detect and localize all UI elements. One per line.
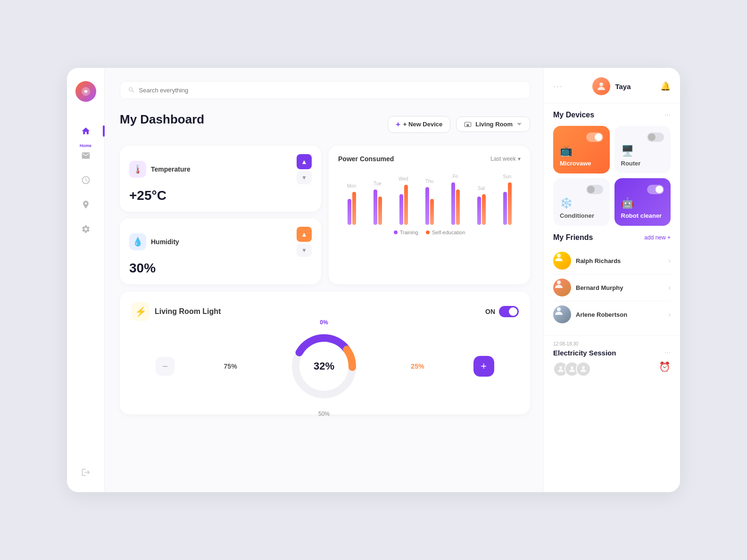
- brightness-increase-button[interactable]: +: [473, 356, 494, 377]
- device-microwave[interactable]: 📺 Microvawe: [553, 126, 610, 173]
- session-bottom: ⏰: [553, 357, 671, 377]
- bar-orange: [430, 199, 434, 225]
- sidebar-item-settings[interactable]: [75, 219, 96, 239]
- friends-section: My Friends add new + Ralph Richards › B: [544, 233, 680, 335]
- device-conditioner[interactable]: ❄️ Conditioner: [553, 178, 610, 226]
- robot-cleaner-name: Robot cleaner: [621, 212, 664, 219]
- svg-point-7: [599, 82, 603, 86]
- friend-chevron-2: ›: [668, 284, 671, 291]
- temp-up-button[interactable]: ▲: [297, 154, 312, 169]
- sidebar-item-location[interactable]: [75, 194, 96, 215]
- light-title-group: ⚡ Living Room Light: [131, 302, 221, 321]
- svg-point-11: [559, 366, 562, 369]
- right-panel: ··· Taya 🔔 My Devices ···: [543, 68, 680, 492]
- bar-orange: [404, 185, 408, 225]
- bar-group: [348, 192, 356, 225]
- microwave-toggle[interactable]: [586, 132, 603, 142]
- humidity-icon: 💧: [129, 233, 146, 250]
- router-toggle[interactable]: [647, 132, 664, 142]
- friends-header: My Friends add new +: [553, 233, 671, 242]
- session-header: Electricity Session ···: [553, 348, 671, 357]
- alarm-icon: ⏰: [659, 361, 671, 372]
- temp-controls: ▲ ▼: [297, 154, 312, 184]
- friend-item[interactable]: Ralph Richards ›: [553, 247, 671, 274]
- svg-point-10: [557, 307, 561, 311]
- bar-purple: [399, 194, 403, 225]
- chart-day-wed: Wed: [392, 176, 415, 225]
- devices-more[interactable]: ···: [664, 111, 671, 119]
- notification-bell-icon[interactable]: 🔔: [660, 81, 671, 91]
- friend-item[interactable]: Bernard Murphy ›: [553, 274, 671, 301]
- session-title: Electricity Session: [553, 349, 616, 357]
- bar-orange: [378, 197, 382, 225]
- device-robot-cleaner[interactable]: 🤖 Robot cleaner: [614, 178, 671, 226]
- friend-item[interactable]: Arlene Robertson ›: [553, 301, 671, 328]
- light-toggle[interactable]: [499, 306, 519, 317]
- humidity-down-button[interactable]: ▼: [297, 244, 312, 257]
- robot-toggle[interactable]: [647, 185, 664, 194]
- sidebar-item-home[interactable]: Home: [75, 121, 96, 141]
- thermometer-icon: 🌡️: [129, 161, 146, 178]
- temp-down-button[interactable]: ▼: [297, 171, 312, 184]
- bar-group: [503, 182, 512, 225]
- robot-cleaner-icon: 🤖: [621, 197, 664, 209]
- chart-day-label: Fri: [453, 174, 458, 179]
- light-body: − 75% 0% 32%: [131, 329, 519, 404]
- friend-name-2: Bernard Murphy: [576, 284, 623, 291]
- bar-orange: [482, 194, 486, 225]
- chart-day-thu: Thu: [418, 179, 441, 225]
- on-label: ON: [485, 308, 495, 315]
- bar-purple: [425, 187, 429, 225]
- cards-grid: 🌡️ Temperature ▲ ▼ +25°C 💧: [120, 146, 530, 414]
- chart-day-mon: Mon: [340, 183, 363, 225]
- new-device-button[interactable]: + + New Device: [388, 116, 450, 133]
- bar-group: [425, 187, 434, 225]
- sidebar-item-clock[interactable]: [75, 170, 96, 190]
- friend-chevron-1: ›: [668, 257, 671, 264]
- chart-day-label: Thu: [425, 179, 433, 184]
- device-router[interactable]: 🖥️ Router: [614, 126, 671, 173]
- main-content: My Dashboard + + New Device Living Room: [105, 68, 543, 492]
- week-selector[interactable]: Last week ▾: [490, 156, 521, 162]
- svg-point-1: [84, 90, 87, 93]
- bar-orange: [456, 189, 460, 225]
- app-logo[interactable]: [75, 81, 96, 102]
- zero-percent: 0%: [320, 319, 328, 326]
- conditioner-toggle[interactable]: [586, 185, 603, 194]
- chart-legend: Training Self-education: [338, 230, 521, 235]
- friend-chevron-3: ›: [668, 311, 671, 318]
- humidity-controls: ▲ ▼: [297, 227, 312, 257]
- left-percent: 75%: [224, 362, 237, 370]
- power-chart: MonTueWedThuFriSatSun: [338, 168, 521, 225]
- session-more[interactable]: ···: [664, 348, 671, 357]
- humidity-card: 💧 Humidity ▲ ▼ 30%: [120, 218, 321, 284]
- session-time: 12:08-18:30: [553, 341, 671, 346]
- user-info: Taya: [592, 77, 631, 95]
- light-card: ⚡ Living Room Light ON − 75% 0%: [120, 292, 530, 414]
- humidity-up-button[interactable]: ▲: [297, 227, 312, 242]
- sidebar-logout[interactable]: [81, 468, 91, 479]
- chart-day-label: Tue: [374, 181, 382, 186]
- sensors-column: 🌡️ Temperature ▲ ▼ +25°C 💧: [120, 146, 321, 284]
- bar-group: [399, 185, 408, 225]
- user-avatar: [592, 77, 610, 95]
- menu-dots[interactable]: ···: [553, 82, 563, 91]
- temperature-value: +25°C: [129, 188, 312, 203]
- search-bar[interactable]: [120, 81, 530, 99]
- chart-day-label: Sat: [478, 186, 485, 191]
- donut-center: 32%: [314, 360, 334, 372]
- session-section: 12:08-18:30 Electricity Session ···: [544, 335, 680, 384]
- sidebar-item-mail[interactable]: [75, 145, 96, 166]
- search-input[interactable]: [139, 87, 522, 94]
- center-percent: 32%: [314, 360, 334, 372]
- chart-day-label: Sun: [503, 174, 512, 179]
- brightness-decrease-button[interactable]: −: [156, 357, 174, 376]
- power-header: Power Consumed Last week ▾: [338, 155, 521, 163]
- room-selector[interactable]: Living Room: [456, 116, 530, 132]
- power-chart-card: Power Consumed Last week ▾ MonTueWedThuF…: [329, 146, 530, 284]
- legend-self-education: Self-education: [426, 230, 465, 235]
- bar-purple: [374, 189, 377, 225]
- legend-training: Training: [394, 230, 418, 235]
- add-friend-button[interactable]: add new +: [644, 234, 671, 241]
- title-actions: + + New Device Living Room: [388, 116, 530, 133]
